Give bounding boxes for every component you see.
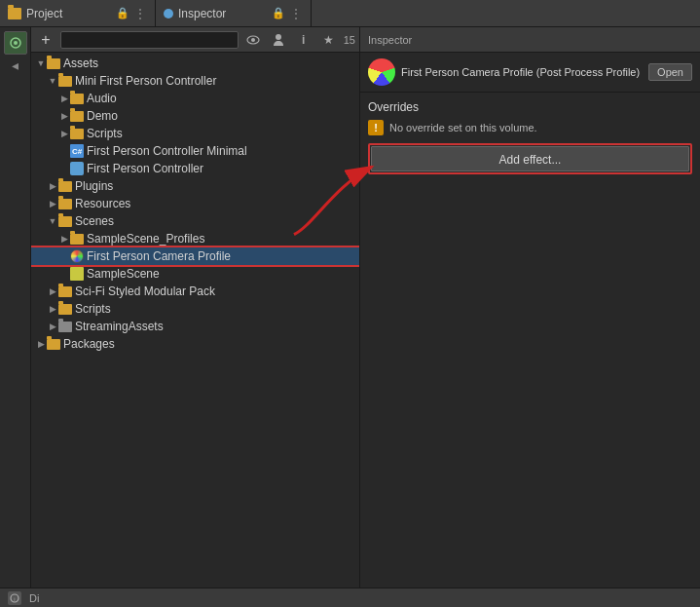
packages-folder-icon	[47, 337, 60, 351]
scene-label: ▶	[11, 62, 20, 72]
project-toolbar: + i ★ 15	[31, 27, 359, 53]
folder-icon	[8, 8, 21, 19]
assets-arrow	[35, 58, 47, 68]
inspector-tab-label[interactable]: Inspector	[178, 7, 226, 20]
samplescene-icon	[70, 267, 84, 281]
demo-arrow	[58, 111, 70, 121]
menu-dots-icon[interactable]: ⋮	[133, 6, 147, 21]
tree-item-assets[interactable]: Assets	[31, 55, 359, 72]
tree-item-plugins[interactable]: Plugins	[31, 177, 359, 195]
demo-label: Demo	[87, 109, 118, 123]
main-layout: ▶ + i ★ 15	[0, 27, 700, 588]
status-icon: i	[8, 591, 21, 605]
tree-item-samplescene[interactable]: SampleScene	[31, 265, 359, 283]
lock-icon[interactable]: 🔒	[116, 7, 129, 19]
warning-icon: !	[368, 120, 384, 135]
tree-item-scenes[interactable]: Scenes	[31, 212, 359, 230]
scenes-arrow	[47, 216, 58, 226]
audio-folder-icon	[70, 92, 84, 105]
tree-item-fps-controller[interactable]: First Person Controller	[31, 160, 359, 177]
inspector-header: Inspector	[360, 27, 700, 53]
person-button[interactable]	[268, 30, 289, 50]
project-tree: Assets Mini First Person Controller	[31, 53, 359, 588]
svg-point-1	[14, 41, 18, 45]
tree-item-scripts[interactable]: Scripts	[31, 125, 359, 142]
scene-sidebar: ▶	[0, 27, 31, 588]
svg-point-3	[251, 38, 255, 42]
status-bar: i Di	[0, 588, 700, 607]
tree-item-scripts2[interactable]: Scripts	[31, 300, 359, 318]
mini-fps-label: Mini First Person Controller	[75, 74, 216, 88]
warning-text: No override set on this volume.	[389, 122, 537, 133]
add-button[interactable]: +	[35, 30, 56, 50]
fps-minimal-icon: C#	[70, 144, 84, 158]
scifi-folder-icon	[58, 285, 72, 298]
inspector-asset-title: First Person Camera Profile (Post Proces…	[401, 66, 643, 78]
overrides-section: Overrides ! No override set on this volu…	[360, 93, 700, 182]
eye-button[interactable]	[242, 30, 264, 50]
streaming-label: StreamingAssets	[75, 320, 164, 333]
tree-item-packages[interactable]: Packages	[31, 335, 359, 353]
tree-item-fps-camera-profile[interactable]: First Person Camera Profile	[31, 247, 359, 265]
mini-fps-arrow	[47, 76, 58, 86]
scripts-arrow	[58, 129, 70, 138]
assets-folder-icon	[47, 57, 60, 70]
packages-label: Packages	[63, 337, 115, 351]
tree-item-scifi[interactable]: Sci-Fi Styled Modular Pack	[31, 283, 359, 300]
search-input[interactable]	[60, 31, 239, 49]
inspector-lock-icon[interactable]: 🔒	[272, 7, 285, 19]
scripts2-folder-icon	[58, 302, 72, 316]
status-text: Di	[29, 592, 39, 604]
audio-arrow	[58, 94, 70, 103]
post-process-icon	[368, 58, 395, 86]
open-button[interactable]: Open	[648, 63, 692, 81]
streaming-arrow	[47, 322, 58, 331]
tree-item-demo[interactable]: Demo	[31, 107, 359, 125]
scripts2-arrow	[47, 304, 58, 314]
scripts-label: Scripts	[87, 127, 123, 140]
override-warning: ! No override set on this volume.	[368, 120, 692, 135]
scifi-label: Sci-Fi Styled Modular Pack	[75, 285, 215, 298]
info-button[interactable]: i	[293, 30, 314, 50]
streaming-folder-icon	[58, 320, 72, 333]
svg-point-4	[276, 34, 281, 40]
scripts2-label: Scripts	[75, 302, 111, 316]
project-tab-label[interactable]: Project	[26, 7, 62, 20]
scripts-folder-icon	[70, 127, 84, 140]
samplescene-profiles-icon	[70, 232, 84, 246]
samplescene-profiles-label: SampleScene_Profiles	[87, 232, 204, 246]
add-effect-button[interactable]: Add effect...	[371, 146, 689, 171]
samplescene-label: SampleScene	[87, 267, 160, 281]
packages-arrow	[35, 339, 47, 349]
mini-fps-folder-icon	[58, 74, 72, 88]
tree-item-audio[interactable]: Audio	[31, 90, 359, 107]
project-panel: + i ★ 15 Asse	[31, 27, 360, 588]
fps-camera-profile-label: First Person Camera Profile	[87, 249, 231, 263]
audio-label: Audio	[87, 92, 117, 105]
star-button[interactable]: ★	[318, 30, 340, 50]
scenes-folder-icon	[58, 214, 72, 228]
add-effect-wrapper: Add effect...	[368, 143, 692, 174]
inspector-dot-icon	[164, 9, 173, 19]
svg-text:i: i	[14, 595, 15, 601]
plugins-arrow	[47, 181, 58, 191]
tree-item-resources[interactable]: Resources	[31, 195, 359, 212]
fps-controller-icon	[70, 162, 84, 175]
inspector-panel: Inspector First Person Camera Profile (P…	[360, 27, 700, 588]
plugins-folder-icon	[58, 179, 72, 193]
fps-controller-label: First Person Controller	[87, 162, 203, 175]
tree-item-mini-fps[interactable]: Mini First Person Controller	[31, 72, 359, 90]
scifi-arrow	[47, 286, 58, 296]
tree-item-samplescene-profiles[interactable]: SampleScene_Profiles	[31, 230, 359, 247]
tree-item-streaming[interactable]: StreamingAssets	[31, 318, 359, 335]
count-badge: 15	[344, 34, 355, 46]
inspector-menu-icon[interactable]: ⋮	[289, 6, 303, 21]
scenes-label: Scenes	[75, 214, 114, 228]
panels-container: + i ★ 15 Asse	[31, 27, 700, 588]
demo-folder-icon	[70, 109, 84, 123]
fps-camera-profile-icon	[70, 249, 84, 263]
tree-item-fps-minimal[interactable]: C# First Person Controller Minimal	[31, 142, 359, 160]
plugins-label: Plugins	[75, 179, 113, 193]
inspector-title-bar: First Person Camera Profile (Post Proces…	[360, 53, 700, 93]
scene-tool-1[interactable]	[4, 31, 27, 55]
